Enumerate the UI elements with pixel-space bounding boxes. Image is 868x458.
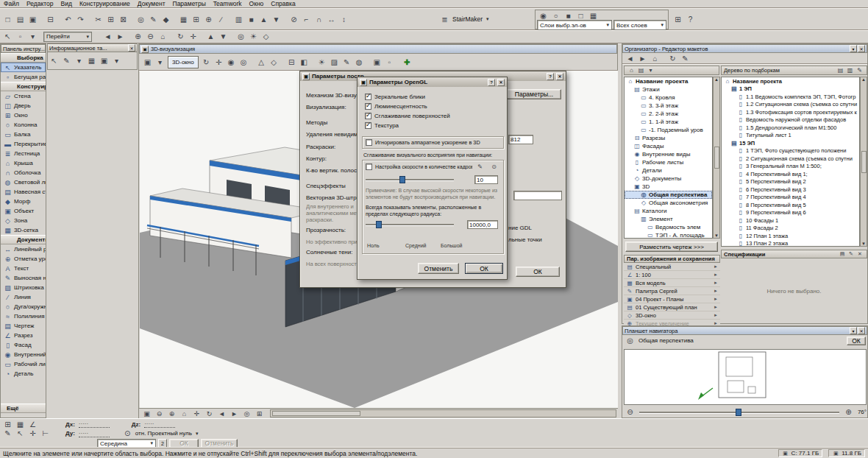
view-setting-row[interactable]: ∠ 1: 100 ► [624,271,720,279]
tool-stair[interactable]: ≣ Лестница [1,149,46,158]
layout-book-icon[interactable]: ▤ [836,66,845,74]
tool-arrow[interactable]: ↖ Указатель [1,63,46,72]
tree-item[interactable]: ▯ 1 ТЭП, Фото существующего положени [722,147,859,155]
send-backward-icon[interactable]: ▼ [270,14,282,25]
menu-item[interactable]: Файл [0,0,23,8]
dialog-titlebar[interactable]: ▣ Параметры OpenGL ? ✕ [357,77,507,87]
camera-vb-icon[interactable]: ◎ [241,409,253,418]
preview-zoom-slider[interactable] [639,407,839,418]
opengl-checkbox[interactable]: ✓ Сглаживание поверхностей [365,111,502,121]
radius-field[interactable]: 10000,0 [467,220,498,229]
tree-item[interactable]: ▥ Элемент [625,215,712,223]
camera-path-icon[interactable]: ◎ [238,57,250,68]
tree-item[interactable]: ▯ 6 Перспективный вид 3 [722,186,859,194]
tree-item[interactable]: ▯ Рабочие листы [625,158,712,166]
refresh-icon[interactable]: ↻ [666,54,679,63]
tool-curtain-wall[interactable]: ▤ Навесная стена [1,187,46,197]
tool-label[interactable]: ✎ Выносная надп [1,273,46,283]
previous-view-icon[interactable]: ◄ [102,31,114,42]
tree-item[interactable]: ▤ Каталоги [625,207,712,215]
lock-icon[interactable]: ■ [245,14,257,25]
tree-item[interactable]: ◇ Общая аксонометрия [625,199,712,207]
resize-icon[interactable]: ↔ [325,14,338,25]
zoom-in-vb-icon[interactable]: ⊕ [166,409,178,418]
chevron-down-icon[interactable]: ▾ [850,45,857,52]
stairmaker-button[interactable]: ≣ StairMaker ▾ [438,13,489,25]
project-map-icon[interactable]: ⌂ [627,66,636,74]
size-field[interactable]: 812 [508,135,533,144]
navigator-titlebar[interactable]: Планшет навигатора ▾ ✕ [622,326,867,335]
tool-arc[interactable]: ○ Дуга/окружность [1,302,46,311]
split-icon[interactable]: ⊘ [288,14,300,25]
copy-icon[interactable]: ⊞ [104,14,117,25]
sun-settings-icon[interactable]: ☀ [247,31,260,42]
opengl-checkbox[interactable]: ✓ Люминесцентность [365,102,502,111]
save-project-icon[interactable]: ▣ [26,14,39,25]
tree-item[interactable]: ◇ 3D-документы [625,175,712,183]
tree-item[interactable]: ⊟ Разрезы [625,134,712,142]
close-icon[interactable]: ✕ [128,44,135,52]
tree-item[interactable]: ◎ Общая перспектива [625,191,712,199]
menu-item[interactable]: Редактор [23,0,57,8]
tool-marquee[interactable]: ▫ Бегущая рамка [1,72,46,82]
zoom-in-icon[interactable]: ⊕ [132,31,144,42]
guide-lines-icon[interactable]: ∕ [215,14,227,25]
toolbox-item[interactable]: Выборка [1,53,46,63]
lock-layer-icon[interactable]: ■ [562,12,574,20]
tool-elevation[interactable]: ▯ Фасад [1,340,46,350]
arrow-default-icon[interactable]: ↖ [48,55,60,66]
fps-field[interactable]: 10 [474,175,498,184]
tree-item[interactable]: ▤ 15 ЭП [722,139,859,147]
tool-dimension[interactable]: ↔ Линейный размер [1,244,46,254]
toolbox-more[interactable]: Ещё [1,404,46,413]
fillet-icon[interactable]: ∩ [313,14,325,25]
arrow-tool-icon[interactable]: ↖ [1,31,14,42]
element-settings-icon[interactable]: ✎ [147,14,160,25]
orbit-vb-icon[interactable]: ↻ [203,409,216,418]
checkbox[interactable]: ✓ [366,139,372,146]
tool-worksheet[interactable]: ▭ Рабочий лист [1,359,46,369]
layout-book-header[interactable]: Дерево по подборкам ▤▥✎ [721,66,867,75]
paste-icon[interactable]: ⊠ [117,14,129,25]
tree-item[interactable]: ▯ 7 Перспективный вид 4 [722,194,859,202]
nav-back-icon[interactable]: ◄ [624,54,636,63]
infobox-caret-icon[interactable]: ▾ [73,55,85,66]
ok-button[interactable]: ОК [465,263,503,274]
textures-icon[interactable]: ▨ [328,57,341,68]
close-icon[interactable]: ✕ [858,45,865,52]
view-setting-row[interactable]: ▦ Вся модель ► [624,279,720,287]
menu-item[interactable]: Параметры [169,0,210,8]
teamwork-palette-icon[interactable]: ⊞ [672,14,684,25]
axonometry-icon[interactable]: ◇ [268,57,280,68]
view-setting-row[interactable]: ✎ Палитра Сергей ► [624,287,720,295]
opengl-checkbox[interactable]: ✓ Зеркальные блики [365,92,502,102]
layout-tree-scrollbar[interactable]: ▲ ▼ [860,77,867,247]
close-icon[interactable]: ✕ [45,45,46,52]
fit-view-icon[interactable]: ⌂ [178,409,191,418]
tree-item[interactable]: ◔ Детали [625,166,712,175]
undo-icon[interactable]: ↶ [62,14,74,25]
tool-detail[interactable]: ◔ Деталь [1,369,46,378]
perpendicular-icon[interactable]: ⊢ [39,429,51,438]
tool-zone[interactable]: ◇ Зона [1,216,46,225]
explore-model-icon[interactable]: ✛ [187,31,199,42]
tree-item[interactable]: ▯ 1.5 Дендрологический план М1:500 [722,124,859,132]
new-project-icon[interactable]: □ [1,14,14,25]
tool-options-caret-icon[interactable]: ▾ [26,31,39,42]
view-setting-row[interactable]: ▣ 04 Проект - Планы ► [624,295,720,303]
tracker-mesh-icon[interactable]: ▦ [14,420,26,429]
navigator-ok-button[interactable]: ОК [847,337,866,345]
tree-item[interactable]: ▯ 1.2 Ситуационная схема (съемка со спут… [722,101,859,109]
map-caret-icon[interactable]: ▾ [646,66,655,74]
camera-settings-icon[interactable]: ◎ [235,31,247,42]
cut-icon[interactable]: ✂ [92,14,104,25]
goto-combo[interactable]: Перейти▾ [43,32,92,42]
radius-slider[interactable] [366,219,454,230]
checkbox[interactable]: ✓ [365,122,371,129]
tree-item[interactable]: ▯ Ведомость наружной отделки фасадов [722,116,859,124]
master-layout-icon[interactable]: ▥ [845,66,855,74]
layout-settings-icon[interactable]: ✎ [855,66,864,74]
view-setting-row[interactable]: ▤ 01 Существующий план ► [624,303,720,311]
project-map-header[interactable]: ⌂▤▾ [624,66,719,75]
tree-item[interactable]: ◉ Внутренние виды [625,150,712,158]
